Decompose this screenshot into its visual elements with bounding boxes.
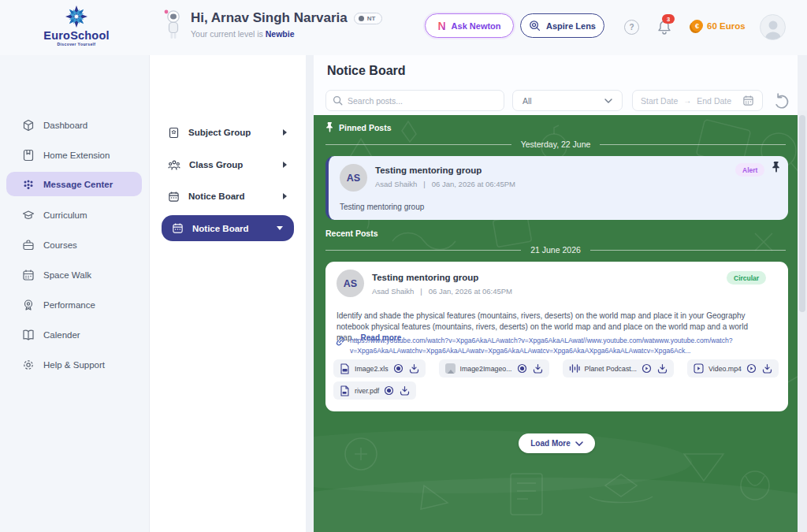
pinned-divider-label: Yesterday, 22 June xyxy=(521,140,591,149)
scrollbar-track[interactable] xyxy=(798,110,807,532)
play-icon[interactable] xyxy=(642,363,652,374)
level-value: Newbie xyxy=(266,29,295,39)
medal-icon xyxy=(22,299,35,311)
gear-icon xyxy=(22,359,35,371)
link-icon xyxy=(335,336,346,347)
view-icon[interactable] xyxy=(384,385,394,396)
sidebar-item-help-support[interactable]: Help & Support xyxy=(6,352,142,377)
chevron-down-icon xyxy=(277,226,283,230)
sidebar-item-performance[interactable]: Performance xyxy=(6,292,142,317)
pdf-file-icon xyxy=(340,385,350,396)
view-icon[interactable] xyxy=(517,363,527,374)
attachment-chip-image[interactable]: Image2Imageo... xyxy=(439,359,549,378)
panel-item-label: Notice Board xyxy=(192,224,249,233)
euros-balance[interactable]: € 60 Euros xyxy=(691,20,746,32)
panel-item-notice-board[interactable]: Notice Board xyxy=(158,184,298,208)
pinned-post-card[interactable]: AS Testing mentoring group Asad Shaikh |… xyxy=(325,156,788,220)
post-title: Testing mentoring group xyxy=(372,273,478,282)
chevron-down-icon xyxy=(604,99,612,103)
aspire-lens-button[interactable]: Aspire Lens xyxy=(520,13,604,38)
sidebar-item-courses[interactable]: Courses xyxy=(6,233,142,257)
panel-item-label: Notice Board xyxy=(188,192,245,201)
post-link[interactable]: https://www.youtube.com/watch?v=Xpga6Aka… xyxy=(350,336,733,356)
attachment-chip-xls[interactable]: Image2.xls xyxy=(333,359,426,378)
recent-posts-header: Recent Posts xyxy=(325,229,378,238)
open-book-icon xyxy=(22,329,35,341)
post-timestamp: 06 Jan, 2026 at 06:45PM xyxy=(432,180,515,188)
recent-post-card[interactable]: AS Testing mentoring group Asad Shaikh |… xyxy=(325,262,788,411)
search-posts-box xyxy=(325,90,504,111)
search-input[interactable] xyxy=(348,96,497,106)
load-more-label: Load More xyxy=(530,439,571,448)
level-badge-text: NT xyxy=(367,15,376,22)
app-root: EuroSchool Discover Yourself Hi, Arnav S… xyxy=(0,0,807,532)
coin-icon: € xyxy=(691,20,703,32)
recent-posts-label: Recent Posts xyxy=(325,229,378,238)
post-author: Asad Shaikh xyxy=(375,180,417,188)
attachment-chip-video[interactable]: Video.mp4 xyxy=(687,359,779,378)
load-more-button[interactable]: Load More xyxy=(519,433,595,453)
sidebar-item-home-extension[interactable]: Home Extension xyxy=(6,143,142,167)
panel-item-class-group[interactable]: Class Group xyxy=(158,153,298,177)
notification-count-badge[interactable]: 3 xyxy=(662,14,675,24)
post-link-row: https://www.youtube.com/watch?v=Xpga6Aka… xyxy=(335,336,733,356)
sidebar-label: Courses xyxy=(43,240,77,250)
scrollbar-thumb[interactable] xyxy=(799,115,805,312)
date-range-picker[interactable]: Start Date → End Date xyxy=(632,90,763,111)
post-meta: Asad Shaikh | 06 Jan, 2026 at 06:45PM xyxy=(375,180,515,188)
pinned-date-divider: Yesterday, 22 June xyxy=(325,140,786,149)
sidebar-item-space-walk[interactable]: Space Walk xyxy=(6,262,142,287)
recent-divider-label: 21 June 2026 xyxy=(530,245,581,255)
sidebar-label: Curriculum xyxy=(43,210,87,220)
download-icon[interactable] xyxy=(409,363,419,374)
panel-item-subject-group[interactable]: Subject Group xyxy=(158,121,298,144)
post-author: Asad Shaikh xyxy=(372,287,414,296)
chevron-right-icon xyxy=(283,129,287,136)
download-icon[interactable] xyxy=(762,363,772,374)
brand-logo[interactable]: EuroSchool Discover Yourself xyxy=(41,5,112,47)
sidebar-item-curriculum[interactable]: Curriculum xyxy=(6,203,142,227)
chevron-down-icon xyxy=(575,441,583,446)
refresh-icon[interactable] xyxy=(772,91,790,110)
download-icon[interactable] xyxy=(657,363,668,374)
sidebar-label: Calender xyxy=(43,330,80,340)
author-avatar: AS xyxy=(340,164,367,192)
panel-item-notice-board-active[interactable]: Notice Board xyxy=(162,215,294,241)
sidebar-label: Home Extension xyxy=(43,151,110,160)
calendar-icon xyxy=(742,95,754,106)
level-badge: NT xyxy=(354,13,383,24)
search-icon xyxy=(333,95,343,106)
start-date-placeholder: Start Date xyxy=(641,96,678,106)
pinned-posts-label: Pinned Posts xyxy=(339,123,392,132)
attachment-name: river.pdf xyxy=(355,387,379,395)
panel-item-label: Class Group xyxy=(189,160,243,169)
category-filter-select[interactable]: All xyxy=(512,90,623,111)
download-icon[interactable] xyxy=(400,385,410,396)
post-type-badge: Alert xyxy=(735,163,764,177)
attachment-name: Video.mp4 xyxy=(708,365,742,373)
ask-newton-button[interactable]: N Ask Newton xyxy=(425,13,514,38)
waveform-icon xyxy=(569,363,580,374)
view-icon[interactable] xyxy=(393,363,404,374)
sidebar-item-dashboard[interactable]: Dashboard xyxy=(6,113,142,137)
video-file-icon xyxy=(694,363,704,374)
notification-count: 3 xyxy=(667,16,670,23)
help-glyph: ? xyxy=(629,23,634,32)
end-date-placeholder: End Date xyxy=(697,96,731,106)
attachment-chip-pdf[interactable]: river.pdf xyxy=(333,381,416,400)
sidebar-item-calender[interactable]: Calender xyxy=(6,322,142,347)
lens-icon xyxy=(529,20,541,32)
play-icon[interactable] xyxy=(746,363,757,374)
meta-separator: | xyxy=(423,180,425,188)
graduation-cap-icon xyxy=(22,209,35,221)
pin-icon[interactable] xyxy=(772,162,781,173)
profile-avatar[interactable] xyxy=(760,14,786,40)
download-icon[interactable] xyxy=(533,363,543,374)
euros-label: 60 Euros xyxy=(707,21,746,31)
post-body: Testing mentoring group xyxy=(340,203,424,211)
sidebar-item-message-center[interactable]: Message Center xyxy=(6,172,142,196)
calendar-icon xyxy=(168,191,180,203)
attachment-name: Image2.xls xyxy=(355,365,389,373)
attachment-chip-audio[interactable]: Planet Podcast... xyxy=(563,359,675,378)
help-icon[interactable]: ? xyxy=(624,20,639,35)
